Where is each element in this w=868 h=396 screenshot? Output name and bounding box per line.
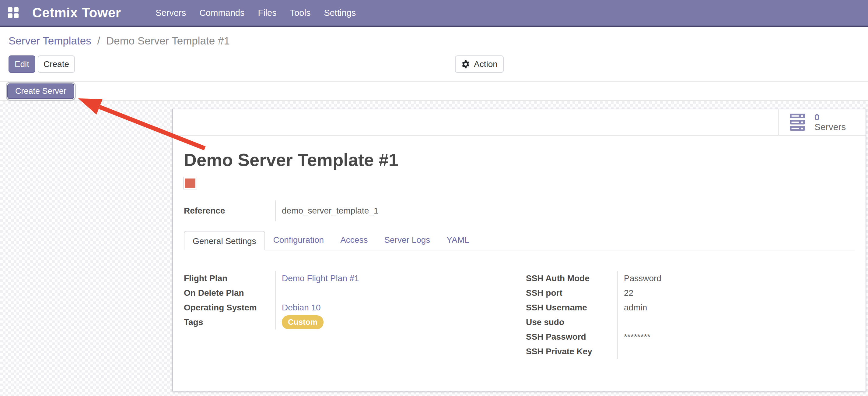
field-value-operating-system: Debian 10 [275, 300, 513, 315]
form-view-background: 0 Servers Demo Server Template #1 Refere… [0, 101, 868, 396]
field-value-flight-plan: Demo Flight Plan #1 [275, 271, 513, 286]
field-group-left: Flight PlanDemo Flight Plan #1On Delete … [184, 271, 513, 359]
field-label-ssh-port: SSH port [526, 286, 617, 300]
sheet-body: Demo Server Template #1 Reference demo_s… [173, 149, 866, 359]
field-value-ssh-password: ******** [617, 330, 855, 344]
value-ssh-port: 22 [624, 288, 633, 298]
create-server-button[interactable]: Create Server [7, 83, 74, 99]
breadcrumb-parent-link[interactable]: Server Templates [8, 35, 91, 47]
tab-general-settings[interactable]: General Settings [184, 231, 265, 250]
action-button-label: Action [474, 59, 498, 69]
field-group-right: SSH Auth ModePasswordSSH port22SSH Usern… [526, 271, 855, 359]
nav-item-tools[interactable]: Tools [283, 8, 317, 18]
nav-item-settings[interactable]: Settings [317, 8, 363, 18]
tab-yaml[interactable]: YAML [438, 230, 477, 250]
link-debian-10[interactable]: Debian 10 [282, 303, 321, 313]
field-value-tags: Custom [275, 315, 513, 330]
button-box: 0 Servers [173, 109, 866, 136]
field-label-operating-system: Operating System [184, 300, 275, 315]
field-value-on-delete-plan [275, 286, 513, 300]
record-title: Demo Server Template #1 [184, 149, 855, 170]
tab-server-logs[interactable]: Server Logs [376, 230, 438, 250]
servers-stat-button[interactable]: 0 Servers [778, 109, 866, 135]
reference-value: demo_server_template_1 [275, 200, 379, 221]
servers-count: 0 [814, 112, 846, 122]
apps-grid-icon[interactable] [8, 7, 19, 18]
stat-text: 0 Servers [814, 112, 846, 132]
form-sheet: 0 Servers Demo Server Template #1 Refere… [172, 109, 866, 391]
field-value-ssh-private-key [617, 344, 855, 359]
field-label-ssh-username: SSH Username [526, 300, 617, 315]
tab-configuration[interactable]: Configuration [265, 230, 332, 250]
app-window: Cetmix Tower ServersCommandsFilesToolsSe… [0, 0, 868, 396]
field-value-ssh-auth-mode: Password [617, 271, 855, 286]
link-demo-flight-plan-1[interactable]: Demo Flight Plan #1 [282, 274, 359, 283]
nav-item-commands[interactable]: Commands [193, 8, 251, 18]
edit-button[interactable]: Edit [8, 55, 35, 73]
statusbar: Create Server [0, 81, 868, 101]
field-value-use-sudo [617, 315, 855, 330]
field-label-tags: Tags [184, 315, 275, 330]
field-label-ssh-auth-mode: SSH Auth Mode [526, 271, 617, 286]
nav-item-servers[interactable]: Servers [149, 8, 193, 18]
app-brand[interactable]: Cetmix Tower [32, 5, 121, 21]
field-value-ssh-port: 22 [617, 286, 855, 300]
general-settings-panel: Flight PlanDemo Flight Plan #1On Delete … [184, 271, 855, 359]
tab-access[interactable]: Access [332, 230, 376, 250]
tag-custom: Custom [282, 315, 323, 329]
nav-item-files[interactable]: Files [251, 8, 283, 18]
field-label-ssh-password: SSH Password [526, 330, 617, 344]
color-swatch[interactable] [184, 177, 196, 189]
field-label-flight-plan: Flight Plan [184, 271, 275, 286]
value-ssh-password: ******** [624, 332, 650, 342]
create-button[interactable]: Create [38, 55, 75, 73]
top-menu: ServersCommandsFilesToolsSettings [149, 8, 363, 18]
control-panel: Server Templates / Demo Server Template … [0, 27, 868, 101]
value-ssh-auth-mode: Password [624, 274, 661, 283]
field-value-ssh-username: admin [617, 300, 855, 315]
breadcrumb-current: Demo Server Template #1 [106, 35, 230, 47]
top-navbar: Cetmix Tower ServersCommandsFilesToolsSe… [0, 0, 868, 27]
reference-label: Reference [184, 200, 275, 221]
breadcrumb-separator: / [94, 35, 103, 47]
notebook-tabs: General SettingsConfigurationAccessServe… [184, 230, 855, 250]
field-label-ssh-private-key: SSH Private Key [526, 344, 617, 359]
field-label-use-sudo: Use sudo [526, 315, 617, 330]
servers-label: Servers [814, 122, 846, 132]
breadcrumb: Server Templates / Demo Server Template … [8, 35, 230, 47]
field-label-on-delete-plan: On Delete Plan [184, 286, 275, 300]
value-ssh-username: admin [624, 303, 647, 313]
gear-icon [461, 60, 470, 69]
reference-row: Reference demo_server_template_1 [184, 200, 855, 221]
server-stack-icon [789, 114, 808, 131]
action-button[interactable]: Action [455, 55, 504, 73]
